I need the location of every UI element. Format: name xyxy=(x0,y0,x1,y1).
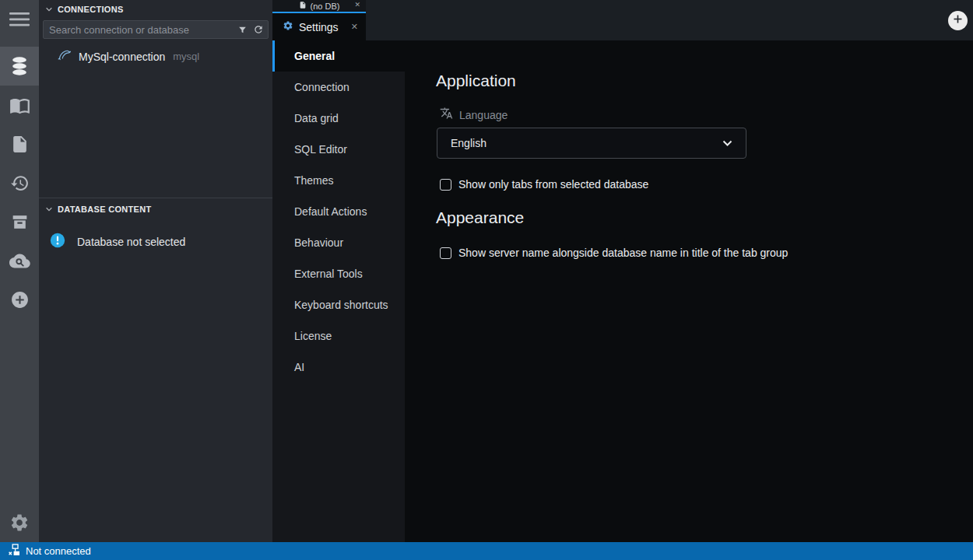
connections-section-title: CONNECTIONS xyxy=(58,5,124,14)
settings-nav: General Connection Data grid SQL Editor … xyxy=(272,40,405,542)
activity-item-favorites[interactable] xyxy=(0,86,39,124)
connections-panel: CONNECTIONS MySql-connection xyxy=(39,0,272,542)
show-only-tabs-row: Show only tabs from selected database xyxy=(440,178,973,191)
show-server-name-checkbox[interactable] xyxy=(440,247,451,259)
filter-icon[interactable] xyxy=(237,25,248,35)
dbgate-app: CONNECTIONS MySql-connection xyxy=(0,0,973,560)
chevron-down-icon xyxy=(45,5,53,13)
new-tab-button[interactable] xyxy=(948,11,968,30)
activity-item-archive[interactable] xyxy=(0,202,39,241)
gear-icon xyxy=(283,20,293,34)
gear-icon xyxy=(9,513,30,533)
file-icon xyxy=(299,1,307,11)
cloud-search-icon xyxy=(9,250,30,271)
settings-nav-ai[interactable]: AI xyxy=(272,352,405,383)
show-server-name-label: Show server name alongside database name… xyxy=(458,247,788,259)
activity-bar xyxy=(0,0,39,542)
status-bar[interactable]: Not connected xyxy=(0,542,973,560)
disconnected-icon xyxy=(8,544,20,559)
chevron-down-icon xyxy=(722,137,732,149)
language-selected-value: English xyxy=(451,137,486,149)
connection-name: MySql-connection xyxy=(79,51,165,63)
settings-nav-keyboard-shortcuts[interactable]: Keyboard shortcuts xyxy=(272,289,405,320)
application-section-title: Application xyxy=(436,72,973,90)
history-icon xyxy=(10,173,30,193)
show-server-name-row: Show server name alongside database name… xyxy=(440,247,973,259)
plus-circle-icon xyxy=(10,290,30,310)
connection-engine: mysql xyxy=(173,51,199,62)
translate-icon xyxy=(440,107,453,123)
settings-nav-general[interactable]: General xyxy=(272,40,405,72)
archive-icon xyxy=(10,212,30,232)
settings-nav-sql-editor[interactable]: SQL Editor xyxy=(272,134,405,165)
database-not-selected-message: Database not selected xyxy=(77,236,185,248)
activity-item-connections[interactable] xyxy=(0,47,39,86)
hamburger-icon xyxy=(9,12,30,26)
settings-nav-external-tools[interactable]: External Tools xyxy=(272,258,405,289)
language-field-label: Language xyxy=(440,107,973,123)
settings-nav-themes[interactable]: Themes xyxy=(272,165,405,196)
tab-settings[interactable]: Settings ✕ xyxy=(272,13,366,40)
settings-content: Application Language English Show only t… xyxy=(405,40,973,542)
connections-section-header[interactable]: CONNECTIONS xyxy=(39,0,272,17)
status-text: Not connected xyxy=(26,545,91,557)
settings-page: General Connection Data grid SQL Editor … xyxy=(272,40,973,542)
activity-item-cloud[interactable] xyxy=(0,241,39,280)
activity-item-history[interactable] xyxy=(0,163,39,202)
settings-nav-license[interactable]: License xyxy=(272,320,405,352)
main-area: (no DB) ✕ Settings ✕ General Connection xyxy=(272,0,973,542)
show-only-tabs-checkbox[interactable] xyxy=(440,179,451,191)
activity-item-files[interactable] xyxy=(0,124,39,163)
connection-item-mysql[interactable]: MySql-connection mysql xyxy=(39,44,272,69)
connection-search xyxy=(43,20,269,39)
database-icon xyxy=(9,56,30,76)
database-content-section-header[interactable]: DATABASE CONTENT xyxy=(39,198,272,217)
plus-icon xyxy=(952,13,964,28)
language-label: Language xyxy=(459,109,508,121)
close-icon[interactable]: ✕ xyxy=(351,22,358,32)
settings-nav-default-actions[interactable]: Default Actions xyxy=(272,196,405,227)
search-input[interactable] xyxy=(43,20,269,39)
mysql-dolphin-icon xyxy=(58,47,72,65)
settings-nav-behaviour[interactable]: Behaviour xyxy=(272,227,405,258)
tab-group-no-db[interactable]: (no DB) ✕ xyxy=(272,0,366,13)
settings-nav-connection[interactable]: Connection xyxy=(272,72,405,103)
search-action-icons xyxy=(237,20,264,39)
chevron-down-icon xyxy=(45,205,53,213)
tab-bar: (no DB) ✕ Settings ✕ xyxy=(272,0,973,40)
database-not-selected-row: Database not selected xyxy=(39,217,272,257)
book-icon xyxy=(9,95,30,116)
activity-item-settings[interactable] xyxy=(0,503,39,542)
show-only-tabs-label: Show only tabs from selected database xyxy=(458,178,648,191)
file-icon xyxy=(10,135,30,154)
tab-settings-label: Settings xyxy=(299,21,339,33)
close-icon[interactable]: ✕ xyxy=(354,1,360,9)
settings-nav-data-grid[interactable]: Data grid xyxy=(272,103,405,134)
activity-item-add[interactable] xyxy=(0,280,39,319)
tab-group-label: (no DB) xyxy=(311,2,340,11)
info-circle-icon xyxy=(50,233,65,251)
refresh-icon[interactable] xyxy=(253,24,264,35)
appearance-section-title: Appearance xyxy=(436,208,973,227)
database-content-section-title: DATABASE CONTENT xyxy=(58,205,152,214)
main-menu-button[interactable] xyxy=(0,0,39,39)
language-select[interactable]: English xyxy=(437,128,746,159)
